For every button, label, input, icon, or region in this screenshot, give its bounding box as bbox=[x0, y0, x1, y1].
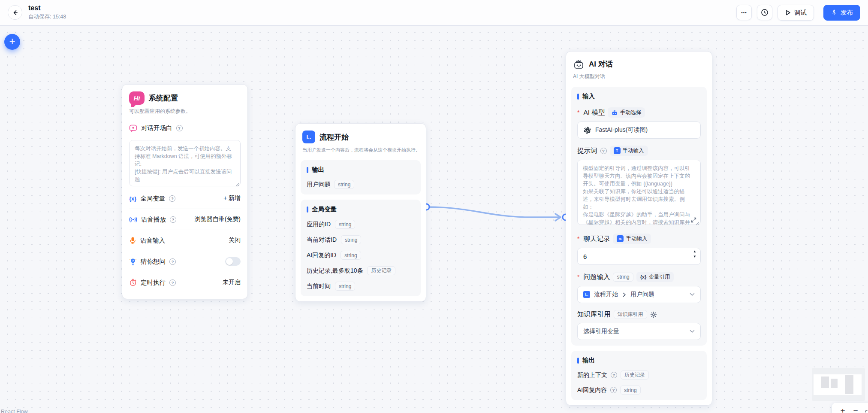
node-title: AI 对话 bbox=[589, 59, 613, 69]
plus-icon: + bbox=[9, 35, 15, 47]
node-system-config[interactable]: Hi 系统配置 可以配置应用的系统参数。 对话开场白 ? bbox=[122, 84, 248, 299]
variable-ref-icon: {x} bbox=[640, 274, 647, 279]
prompt-mode-badge[interactable]: T 手动输入 bbox=[610, 146, 648, 156]
app-title: test bbox=[28, 4, 66, 12]
node-subtitle: 可以配置应用的系统参数。 bbox=[129, 108, 241, 115]
model-select[interactable]: FastAI-plus(可读图) bbox=[577, 121, 701, 139]
add-variable-button[interactable]: + 新增 bbox=[223, 194, 241, 202]
chevron-right-icon bbox=[622, 292, 627, 297]
minimap-node bbox=[821, 377, 829, 388]
help-icon[interactable]: ? bbox=[169, 258, 176, 265]
history-number-input[interactable]: ▲ ▼ bbox=[577, 248, 701, 265]
welcome-label: 对话开场白 bbox=[141, 124, 172, 132]
kb-placeholder: 选择引用变量 bbox=[583, 328, 619, 335]
svg-text:?: ? bbox=[132, 259, 134, 263]
add-node-button[interactable]: + bbox=[4, 34, 20, 50]
openai-logo-icon bbox=[583, 126, 591, 134]
autosave-status: 自动保存: 15:48 bbox=[28, 13, 66, 21]
timer-icon bbox=[129, 279, 137, 286]
type-badge: string bbox=[341, 235, 361, 244]
schedule-value[interactable]: 未开启 bbox=[223, 279, 241, 286]
stt-value[interactable]: 关闭 bbox=[229, 237, 241, 244]
question-field: 用户问题 bbox=[630, 291, 654, 298]
system-config-icon: Hi bbox=[129, 91, 145, 105]
tts-row: 语音播放 ? 浏览器自带(免费) bbox=[129, 209, 241, 230]
help-icon[interactable]: ? bbox=[610, 387, 617, 393]
chevron-down-icon bbox=[690, 330, 695, 333]
rocket-icon bbox=[831, 9, 838, 16]
zoom-out-button[interactable]: − bbox=[849, 403, 862, 413]
model-mode-label: 手动选择 bbox=[620, 109, 641, 116]
kb-label: 知识库引用 bbox=[577, 310, 611, 319]
minimap[interactable] bbox=[812, 368, 865, 401]
help-icon[interactable]: ? bbox=[600, 148, 607, 154]
flow-edge[interactable] bbox=[426, 207, 560, 217]
stt-row: 语音输入 关闭 bbox=[129, 230, 241, 251]
history-button[interactable] bbox=[757, 5, 772, 20]
tts-value[interactable]: 浏览器自带(免费) bbox=[195, 216, 241, 223]
debug-button[interactable]: 调试 bbox=[778, 5, 814, 21]
type-badge: string bbox=[613, 273, 633, 282]
minimap-node bbox=[845, 375, 853, 394]
guess-toggle[interactable] bbox=[225, 257, 241, 266]
node-ai-chat[interactable]: AI 对话 AI 大模型对话 输入 * AI 模型 手动选择 bbox=[566, 51, 712, 406]
publish-button[interactable]: 发布 bbox=[823, 5, 860, 21]
zoom-in-button[interactable]: + bbox=[836, 403, 849, 413]
help-icon[interactable]: ? bbox=[169, 195, 175, 202]
type-badge: string bbox=[335, 282, 355, 291]
node-title: 流程开始 bbox=[319, 132, 349, 142]
minimap-node bbox=[831, 379, 838, 388]
history-mode-badge[interactable]: n: 手动输入 bbox=[613, 234, 651, 244]
help-icon[interactable]: ? bbox=[176, 125, 183, 131]
model-mode-badge[interactable]: 手动选择 bbox=[608, 107, 645, 118]
flow-start-icon: I.. bbox=[302, 131, 315, 143]
back-button[interactable] bbox=[8, 5, 22, 20]
flow-canvas[interactable]: + Hi 系统配置 可以配置应用的系统参数。 bbox=[0, 26, 868, 413]
stepper-down-icon[interactable]: ▼ bbox=[693, 255, 696, 258]
output-row: 新的上下文 ? 历史记录 bbox=[577, 370, 701, 380]
node-subtitle: 当用户发送一个内容后，流程将会从这个模块开始执行。 bbox=[302, 146, 419, 153]
help-icon[interactable]: ? bbox=[169, 279, 176, 286]
history-mode-label: 手动输入 bbox=[626, 235, 647, 243]
more-button[interactable]: ••• bbox=[736, 5, 752, 20]
help-icon[interactable]: ? bbox=[170, 216, 176, 223]
history-label: 聊天记录 bbox=[583, 234, 610, 243]
gear-icon[interactable] bbox=[650, 311, 657, 318]
global-var-label: 当前时间 bbox=[307, 282, 331, 290]
kb-reference-select[interactable]: 选择引用变量 bbox=[577, 323, 701, 340]
required-asterisk: * bbox=[577, 235, 579, 242]
arrow-left-icon bbox=[12, 9, 19, 16]
type-badge: 历史记录 bbox=[367, 266, 395, 275]
question-mode-badge[interactable]: {x} 变量引用 bbox=[636, 272, 674, 282]
global-var-row: 当前对话ID string bbox=[307, 235, 415, 244]
more-icon: ••• bbox=[741, 10, 747, 15]
stepper-up-icon[interactable]: ▲ bbox=[693, 250, 696, 253]
voice-play-icon bbox=[129, 216, 137, 223]
schedule-row: 定时执行 ? 未开启 bbox=[129, 272, 241, 293]
prompt-textarea[interactable] bbox=[577, 160, 701, 225]
resize-handle-icon[interactable] bbox=[235, 183, 239, 187]
global-var-label: 当前对话ID bbox=[307, 236, 337, 244]
fit-view-button[interactable] bbox=[862, 406, 868, 413]
history-value-field[interactable] bbox=[578, 248, 700, 264]
output-section-header: 输出 bbox=[312, 166, 324, 174]
variables-label: 全局变量 bbox=[140, 194, 165, 203]
node-title: 系统配置 bbox=[149, 93, 178, 103]
text-input-icon: T bbox=[614, 147, 621, 154]
output-label: 用户问题 bbox=[307, 181, 331, 188]
section-bar bbox=[577, 94, 579, 100]
chevron-down-icon bbox=[690, 293, 695, 296]
model-label: AI 模型 bbox=[583, 108, 605, 117]
resize-handle-icon[interactable] bbox=[696, 222, 699, 225]
global-var-row: 当前时间 string bbox=[307, 282, 415, 291]
output-row: 用户问题 string bbox=[307, 180, 415, 189]
section-bar bbox=[577, 358, 579, 364]
welcome-textarea[interactable] bbox=[129, 140, 241, 186]
robot-icon bbox=[573, 58, 585, 70]
zoom-controls: + − bbox=[832, 403, 868, 413]
help-icon[interactable]: ? bbox=[611, 372, 617, 378]
question-reference-select[interactable]: I.. 流程开始 用户问题 bbox=[577, 286, 701, 303]
node-flow-start[interactable]: I.. 流程开始 当用户发送一个内容后，流程将会从这个模块开始执行。 输出 用户… bbox=[295, 123, 426, 302]
top-bar: test 自动保存: 15:48 ••• 调试 发布 bbox=[0, 0, 868, 26]
variables-icon: {x} bbox=[129, 195, 136, 202]
